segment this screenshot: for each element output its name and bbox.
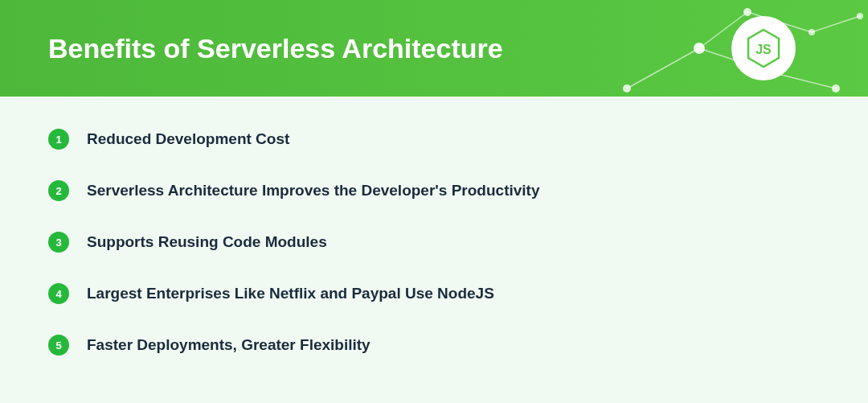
item-text: Supports Reusing Code Modules	[87, 233, 327, 251]
svg-point-11	[832, 84, 840, 93]
item-text: Reduced Development Cost	[87, 130, 289, 148]
item-number-badge: 3	[48, 232, 69, 253]
nodejs-logo-badge: JS	[731, 16, 796, 80]
item-text: Serverless Architecture Improves the Dev…	[87, 182, 540, 199]
svg-point-10	[809, 29, 815, 35]
network-decoration-icon	[587, 0, 868, 97]
item-number-badge: 4	[48, 283, 69, 304]
benefits-list: 1 Reduced Development Cost 2 Serverless …	[0, 97, 868, 403]
page-title: Benefits of Serverless Architecture	[48, 33, 503, 64]
item-text: Faster Deployments, Greater Flexibility	[87, 336, 371, 354]
nodejs-icon: JS	[743, 28, 784, 68]
list-item: 4 Largest Enterprises Like Netflix and P…	[48, 283, 820, 304]
svg-text:JS: JS	[755, 43, 772, 56]
svg-point-7	[694, 43, 705, 54]
list-item: 2 Serverless Architecture Improves the D…	[48, 180, 820, 201]
svg-line-5	[812, 16, 860, 32]
list-item: 5 Faster Deployments, Greater Flexibilit…	[48, 335, 820, 356]
svg-point-8	[743, 8, 751, 16]
item-number-badge: 2	[48, 180, 69, 201]
svg-point-6	[623, 84, 631, 93]
header-banner: Benefits of Serverless Architecture JS	[0, 0, 868, 97]
list-item: 3 Supports Reusing Code Modules	[48, 232, 820, 253]
item-number-badge: 1	[48, 129, 69, 150]
svg-line-0	[627, 48, 699, 88]
item-number-badge: 5	[48, 335, 69, 356]
list-item: 1 Reduced Development Cost	[48, 129, 820, 150]
svg-point-12	[857, 13, 863, 19]
item-text: Largest Enterprises Like Netflix and Pay…	[87, 285, 494, 302]
